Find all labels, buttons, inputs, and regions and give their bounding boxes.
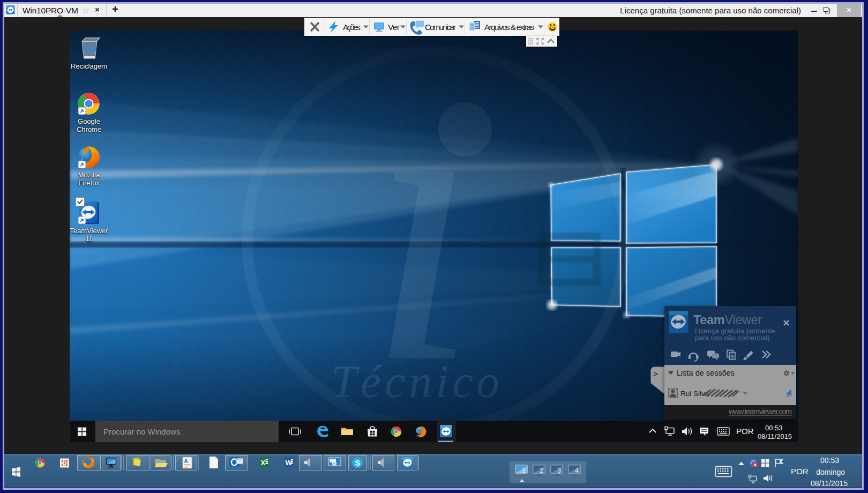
svg-text:00:53: 00:53	[820, 456, 839, 465]
svg-text:domingo: domingo	[816, 468, 845, 476]
svg-text:TeamViewer: TeamViewer	[693, 313, 762, 327]
svg-text:08/11/2015: 08/11/2015	[811, 479, 848, 488]
svg-text:Ações: Ações	[343, 23, 361, 32]
svg-text:Ver: Ver	[388, 23, 400, 32]
svg-text:Comunicar: Comunicar	[425, 23, 456, 32]
svg-text:X: X	[261, 459, 266, 467]
svg-text:>: >	[653, 369, 658, 378]
svg-text:08/11/2015: 08/11/2015	[758, 432, 792, 440]
svg-text:1: 1	[522, 467, 526, 474]
svg-text:Procurar no Windows: Procurar no Windows	[103, 427, 180, 436]
svg-text:2: 2	[540, 467, 543, 474]
svg-text:POR: POR	[736, 427, 754, 436]
svg-text:3: 3	[557, 467, 561, 474]
svg-text:S: S	[355, 458, 360, 467]
svg-text:4: 4	[575, 467, 579, 474]
svg-text:A: A	[184, 458, 188, 464]
svg-text:Lista de sessões: Lista de sessões	[677, 369, 735, 377]
svg-text:00:53: 00:53	[765, 424, 783, 432]
svg-text:www.teamviewer.com: www.teamviewer.com	[728, 407, 792, 416]
svg-text:Licença gratuita (somentepara: Licença gratuita (somentepara uso não co…	[695, 327, 775, 342]
svg-text:Arquivos & extras: Arquivos & extras	[484, 23, 534, 32]
svg-text:POR: POR	[791, 467, 809, 476]
